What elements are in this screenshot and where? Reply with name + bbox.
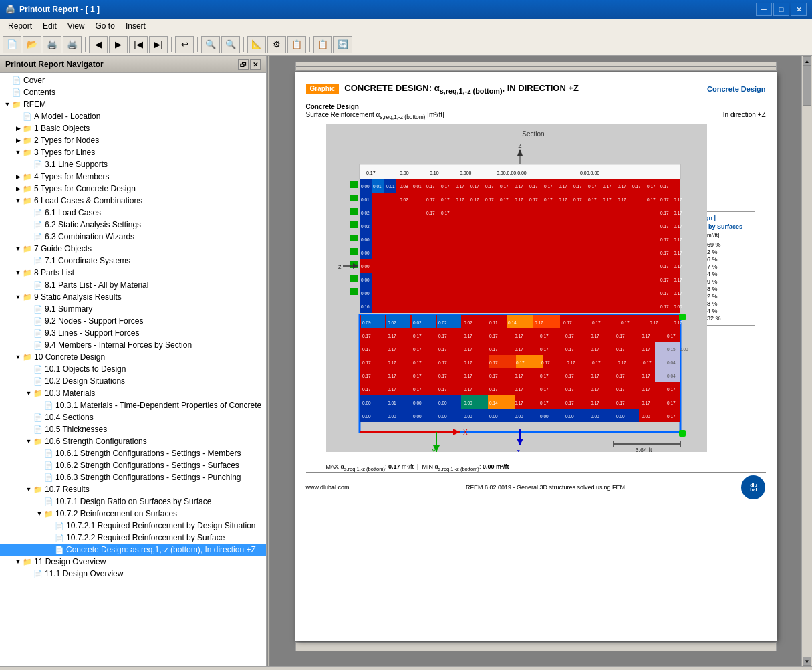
tree-item[interactable]: ▼📁RFEM	[0, 98, 266, 110]
tree-item[interactable]: ▶📁5 Types for Concrete Design	[0, 183, 266, 195]
nav-close-btn[interactable]: ✕	[250, 59, 261, 70]
tree-leaf-space	[24, 160, 33, 169]
tree-item[interactable]: 📄10.6.1 Strength Configurations - Settin…	[0, 447, 266, 459]
tree-item[interactable]: ▼📁9 Static Analysis Results	[0, 291, 266, 303]
tree-item[interactable]: 📄6.3 Combination Wizards	[0, 231, 266, 243]
tb-export[interactable]: 📋	[287, 36, 306, 53]
right-scrollbar[interactable]: ▲ ▼	[801, 56, 812, 666]
tb-print[interactable]: 🖨️	[43, 36, 61, 53]
svg-text:0.17: 0.17	[470, 184, 479, 189]
tree-item[interactable]: 📄10.3.1 Materials - Time-Dependent Prope…	[0, 399, 266, 411]
nav-restore-btn[interactable]: 🗗	[238, 59, 249, 70]
menu-edit[interactable]: Edit	[37, 20, 62, 32]
tree-item[interactable]: ▼📁10.3 Materials	[0, 387, 266, 399]
tb-zoom-out[interactable]: 🔍	[201, 36, 220, 53]
page-icon: 📄	[33, 365, 43, 374]
svg-text:0.17: 0.17	[489, 387, 498, 392]
tree-item[interactable]: ▼📁11 Design Overview	[0, 556, 266, 568]
maximize-button[interactable]: □	[773, 3, 789, 16]
expand-btn[interactable]: ▶	[13, 172, 23, 181]
menu-insert[interactable]: Insert	[120, 20, 151, 32]
tb-next[interactable]: ▶	[109, 36, 128, 53]
tree-item[interactable]: 📄8.1 Parts List - All by Material	[0, 279, 266, 291]
tree-item[interactable]: 📄10.7.2.2 Required Reinforcement by Surf…	[0, 532, 266, 544]
collapse-btn[interactable]: ▼	[13, 244, 23, 253]
tb-open[interactable]: 📂	[23, 36, 41, 53]
tree-item[interactable]: ▶📁2 Types for Nodes	[0, 134, 266, 146]
tree-item[interactable]: 📄9.4 Members - Internal Forces by Sectio…	[0, 339, 266, 351]
tree-item[interactable]: 📄10.1 Objects to Design	[0, 363, 266, 375]
collapse-btn[interactable]: ▼	[35, 509, 44, 518]
tree-item[interactable]: 📄10.7.2.1 Required Reinforcement by Desi…	[0, 520, 266, 532]
tree-item[interactable]: 📄Cover	[0, 74, 266, 86]
svg-text:0.17: 0.17	[413, 374, 422, 378]
expand-btn[interactable]: ▶	[13, 124, 23, 133]
collapse-btn[interactable]: ▼	[3, 100, 12, 109]
minimize-button[interactable]: ─	[756, 3, 772, 16]
collapse-btn[interactable]: ▼	[13, 557, 23, 566]
page-icon: 📄	[33, 425, 43, 434]
collapse-btn[interactable]: ▼	[13, 292, 23, 302]
collapse-btn[interactable]: ▼	[24, 437, 33, 446]
tree-item[interactable]: 📄A Model - Location	[0, 110, 266, 122]
tree-item[interactable]: ▼📁10.7 Results	[0, 483, 266, 495]
tree-item[interactable]: ▶📁1 Basic Objects	[0, 122, 266, 134]
tree-item[interactable]: ▼📁10.6 Strength Configurations	[0, 435, 266, 447]
tb-page-setup[interactable]: 📐	[247, 36, 266, 53]
tree-item[interactable]: 📄Concrete Design: as,req,1,-z (bottom), …	[0, 544, 266, 556]
tree-item[interactable]: ▼📁8 Parts List	[0, 267, 266, 279]
collapse-btn[interactable]: ▼	[24, 485, 33, 494]
tree-item[interactable]: 📄10.5 Thicknesses	[0, 423, 266, 435]
collapse-btn[interactable]: ▼	[24, 388, 33, 398]
tb-refresh[interactable]: 🔄	[333, 36, 352, 53]
tb-prev[interactable]: ◀	[89, 36, 108, 53]
navigator-tree[interactable]: 📄Cover 📄Contents▼📁RFEM 📄A Model - Locati…	[0, 73, 266, 666]
collapse-btn[interactable]: ▼	[13, 196, 23, 205]
tree-item[interactable]: ▼📁6 Load Cases & Combinations	[0, 195, 266, 207]
expand-btn[interactable]: ▶	[13, 136, 23, 145]
tree-item[interactable]: ▶📁4 Types for Members	[0, 171, 266, 183]
tb-new[interactable]: 📄	[3, 36, 21, 53]
close-button[interactable]: ✕	[791, 3, 807, 16]
tree-item[interactable]: 📄10.6.3 Strength Configurations - Settin…	[0, 471, 266, 483]
tb-copy[interactable]: 📋	[313, 36, 332, 53]
menu-report[interactable]: Report	[3, 20, 37, 32]
menu-goto[interactable]: Go to	[90, 20, 120, 32]
svg-text:0.17: 0.17	[674, 224, 682, 229]
tree-item[interactable]: ▼📁10 Concrete Design	[0, 351, 266, 363]
tb-options[interactable]: ⚙	[267, 36, 286, 53]
tree-item[interactable]: 📄6.1 Load Cases	[0, 207, 266, 219]
menu-view[interactable]: View	[62, 20, 90, 32]
scroll-up-btn[interactable]: ▲	[803, 56, 811, 66]
content-area[interactable]: Graphic CONCRETE DESIGN: αs,req,1,-z (bo…	[270, 56, 801, 666]
tb-zoom-in[interactable]: 🔍	[221, 36, 240, 53]
tb-back[interactable]: ↩	[175, 36, 194, 53]
tree-item[interactable]: 📄10.4 Sections	[0, 411, 266, 423]
tb-print2[interactable]: 🖨️	[63, 36, 82, 53]
scroll-thumb[interactable]	[803, 66, 811, 106]
tree-item[interactable]: ▼📁3 Types for Lines	[0, 146, 266, 158]
collapse-btn[interactable]: ▼	[13, 352, 23, 362]
tb-first[interactable]: |◀	[129, 36, 148, 53]
tree-item[interactable]: 📄10.6.2 Strength Configurations - Settin…	[0, 459, 266, 471]
tree-item[interactable]: 📄3.1 Line Supports	[0, 158, 266, 171]
tree-item[interactable]: 📄9.3 Lines - Support Forces	[0, 327, 266, 339]
tree-item[interactable]: 📄9.2 Nodes - Support Forces	[0, 315, 266, 327]
collapse-btn[interactable]: ▼	[13, 268, 23, 277]
tree-item[interactable]: 📄Contents	[0, 86, 266, 98]
tb-last[interactable]: ▶|	[149, 36, 168, 53]
window-controls[interactable]: ─ □ ✕	[756, 3, 807, 16]
tree-item[interactable]: 📄10.2 Design Situations	[0, 375, 266, 387]
tree-leaf-space	[24, 220, 33, 229]
nav-header-controls[interactable]: 🗗 ✕	[238, 59, 261, 70]
tree-item[interactable]: 📄6.2 Static Analysis Settings	[0, 219, 266, 231]
tree-item[interactable]: 📄7.1 Coordinate Systems	[0, 255, 266, 267]
collapse-btn[interactable]: ▼	[13, 148, 23, 157]
tree-item[interactable]: 📄9.1 Summary	[0, 303, 266, 315]
tree-item[interactable]: 📄10.7.1 Design Ratio on Surfaces by Surf…	[0, 495, 266, 508]
scroll-down-btn[interactable]: ▼	[803, 657, 811, 666]
tree-item[interactable]: ▼📁10.7.2 Reinforcement on Surfaces	[0, 508, 266, 520]
tree-item[interactable]: 📄11.1 Design Overview	[0, 568, 266, 580]
tree-item[interactable]: ▼📁7 Guide Objects	[0, 243, 266, 255]
expand-btn[interactable]: ▶	[13, 184, 23, 193]
